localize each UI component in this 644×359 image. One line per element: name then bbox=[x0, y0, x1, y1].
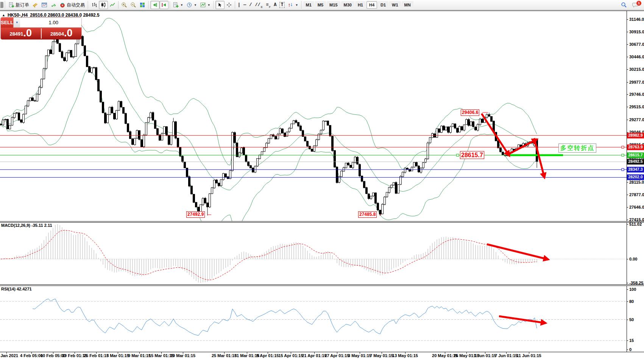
price-tick-mark bbox=[627, 82, 628, 83]
timeframe-h1-button[interactable]: H1 bbox=[355, 1, 366, 9]
macd-axis-tick: 0.00 bbox=[629, 257, 637, 261]
timeframe-w1-button[interactable]: W1 bbox=[389, 1, 401, 9]
chart-window-icon bbox=[41, 2, 47, 8]
price-axis-tick: 30446.0 bbox=[629, 55, 644, 59]
level-price-badge: 28615.7 bbox=[627, 152, 644, 158]
time-tick-mark bbox=[382, 352, 382, 354]
price-axis-tick: 30915.0 bbox=[629, 30, 644, 34]
ohlc-values: 28516.0 28603.0 28438.0 28492.5 bbox=[30, 12, 100, 18]
time-axis-label: 15 Apr 01:15 bbox=[278, 353, 303, 358]
tile-windows-button[interactable] bbox=[138, 1, 147, 9]
chart-window-button[interactable] bbox=[40, 1, 49, 9]
notification-badge: 1 bbox=[636, 1, 641, 6]
vertical-line-icon: | bbox=[238, 2, 240, 8]
periods-button[interactable]: ▼ bbox=[185, 1, 198, 9]
price-tick-mark bbox=[627, 69, 628, 70]
note-annotation[interactable]: 多空转折点 bbox=[558, 144, 596, 153]
rsi-tick-mark bbox=[627, 301, 628, 302]
time-axis-label: 7 Jun 01:15 bbox=[495, 353, 518, 358]
indicators-button[interactable]: ▼ bbox=[171, 1, 185, 9]
cursor-button[interactable] bbox=[215, 1, 225, 9]
time-tick-mark bbox=[75, 352, 75, 354]
price-tick-mark bbox=[627, 19, 628, 20]
fibonacci-button[interactable]: ≡F bbox=[264, 1, 272, 9]
timeframe-h4-button[interactable]: H4 bbox=[366, 1, 377, 9]
price-axis-tick: 30215.0 bbox=[629, 67, 644, 72]
macd-panel-separator[interactable] bbox=[0, 221, 644, 223]
horizontal-line-button[interactable]: — bbox=[242, 1, 248, 9]
market-watch-button[interactable] bbox=[31, 1, 40, 9]
chart-shift-icon bbox=[161, 2, 167, 8]
price-tick-mark bbox=[627, 207, 628, 208]
zoom-out-button[interactable] bbox=[129, 1, 138, 9]
indicators-icon bbox=[173, 2, 179, 8]
clipped-window-icon bbox=[0, 2, 3, 8]
time-tick-mark bbox=[6, 352, 7, 354]
level-price-badge: 28202.0 bbox=[627, 175, 644, 180]
timeframe-d1-button[interactable]: D1 bbox=[378, 1, 388, 9]
sell-button[interactable]: SELL bbox=[1, 17, 13, 28]
price-axis-tick: 30677.0 bbox=[629, 42, 644, 47]
toolbar-grip bbox=[87, 1, 89, 9]
crosshair-button[interactable] bbox=[225, 1, 234, 9]
zoom-out-icon bbox=[130, 2, 136, 8]
new-order-button[interactable]: 新订单 bbox=[7, 1, 31, 9]
timeframe-m30-button[interactable]: M30 bbox=[341, 1, 354, 9]
notifications-button[interactable]: 1 bbox=[631, 1, 641, 9]
price-annotation[interactable]: 27492.9 bbox=[186, 211, 205, 218]
new-order-icon bbox=[8, 2, 14, 8]
time-tick-mark bbox=[405, 352, 405, 354]
time-axis-label: 31 Mar 01:15 bbox=[234, 353, 259, 358]
separator bbox=[235, 1, 235, 9]
chevron-down-icon: ▼ bbox=[194, 3, 197, 7]
signals-button[interactable] bbox=[49, 1, 58, 9]
channel-button[interactable]: //E bbox=[253, 1, 264, 9]
volume-input[interactable] bbox=[20, 18, 81, 27]
time-tick-mark bbox=[485, 352, 485, 354]
chart-window[interactable]: ▲ HK50-,H4 28516.0 28603.0 28438.0 28492… bbox=[0, 11, 644, 359]
bar-chart-button[interactable] bbox=[90, 1, 99, 9]
price-tick-mark bbox=[627, 120, 628, 120]
time-axis-label: 9 Mar 01:15 bbox=[128, 353, 151, 358]
chart-canvas[interactable] bbox=[0, 11, 644, 359]
time-tick-mark bbox=[445, 352, 445, 354]
line-chart-icon bbox=[109, 2, 115, 8]
price-annotation[interactable]: 27485.8 bbox=[358, 211, 377, 218]
chart-shift-button[interactable] bbox=[159, 1, 168, 9]
timeframe-m15-button[interactable]: M15 bbox=[327, 1, 340, 9]
time-tick-mark bbox=[183, 352, 183, 354]
vertical-line-button[interactable]: | bbox=[236, 1, 242, 9]
timeframe-m5-button[interactable]: M5 bbox=[315, 1, 326, 9]
time-tick-mark bbox=[118, 352, 118, 354]
auto-trading-button[interactable]: 自动交易 bbox=[58, 1, 86, 9]
time-tick-mark bbox=[139, 352, 140, 354]
channel-icon: // bbox=[255, 2, 260, 8]
timeframe-m1-button[interactable]: M1 bbox=[303, 1, 314, 9]
market-watch-icon bbox=[32, 2, 38, 8]
text-tool-button[interactable]: A bbox=[272, 1, 278, 9]
shapes-button[interactable]: ▼ bbox=[286, 1, 300, 9]
sell-price-int: 28491 bbox=[9, 30, 23, 38]
time-tick-mark bbox=[337, 352, 337, 354]
templates-button[interactable]: ▼ bbox=[198, 1, 212, 9]
line-chart-button[interactable] bbox=[108, 1, 117, 9]
trendline-button[interactable]: / bbox=[248, 1, 253, 9]
macd-tick-mark bbox=[627, 259, 628, 259]
price-axis-line[interactable] bbox=[627, 11, 627, 352]
candlestick-chart-button[interactable] bbox=[99, 1, 108, 9]
timeframe-toolbar: M1M5M15M30H1H4D1W1MN bbox=[303, 1, 413, 9]
price-axis-tick: 29977.0 bbox=[629, 80, 644, 84]
label-tool-button[interactable]: T bbox=[278, 1, 286, 9]
price-annotation[interactable]: 28615.7 bbox=[460, 151, 484, 159]
trendline-icon: / bbox=[249, 2, 252, 8]
collapse-arrow-icon[interactable]: ▲ bbox=[2, 13, 5, 17]
timeframe-mn-button[interactable]: MN bbox=[402, 1, 413, 9]
zoom-in-button[interactable] bbox=[120, 1, 129, 9]
search-button[interactable] bbox=[619, 1, 628, 9]
toolbar: 新订单 自动交易 ▼ ▼ ▼ | — / //E ≡F A T ▼ M1M5M1… bbox=[0, 0, 644, 10]
rsi-panel-separator[interactable] bbox=[0, 284, 644, 286]
price-annotation[interactable]: 29406.6 bbox=[461, 109, 479, 116]
volume-decrease-button[interactable]: ▼ bbox=[14, 18, 20, 27]
auto-scroll-button[interactable] bbox=[150, 1, 159, 9]
candlestick-icon bbox=[100, 2, 106, 8]
